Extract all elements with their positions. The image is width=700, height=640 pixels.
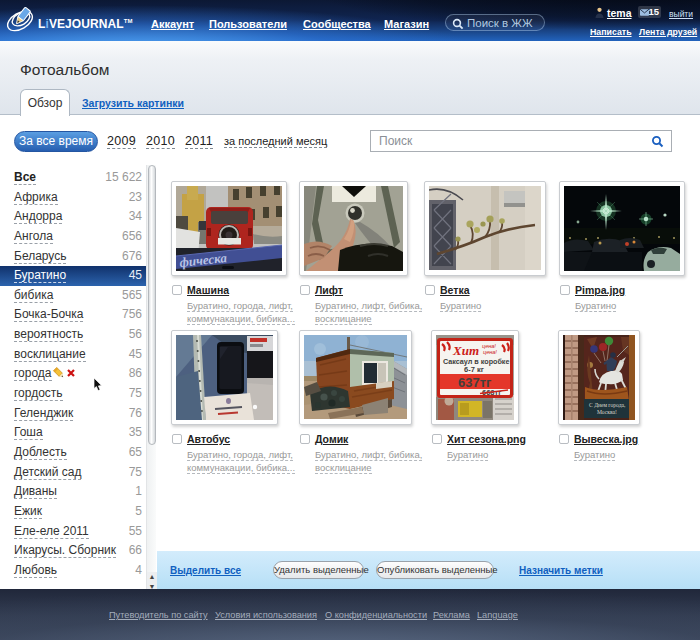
svg-text:С Днем города,: С Днем города, <box>589 402 626 408</box>
svg-text:Москва!: Москва! <box>597 409 617 415</box>
svg-text:цена!: цена! <box>483 349 497 355</box>
svg-text:6-7 кг: 6-7 кг <box>464 365 484 374</box>
